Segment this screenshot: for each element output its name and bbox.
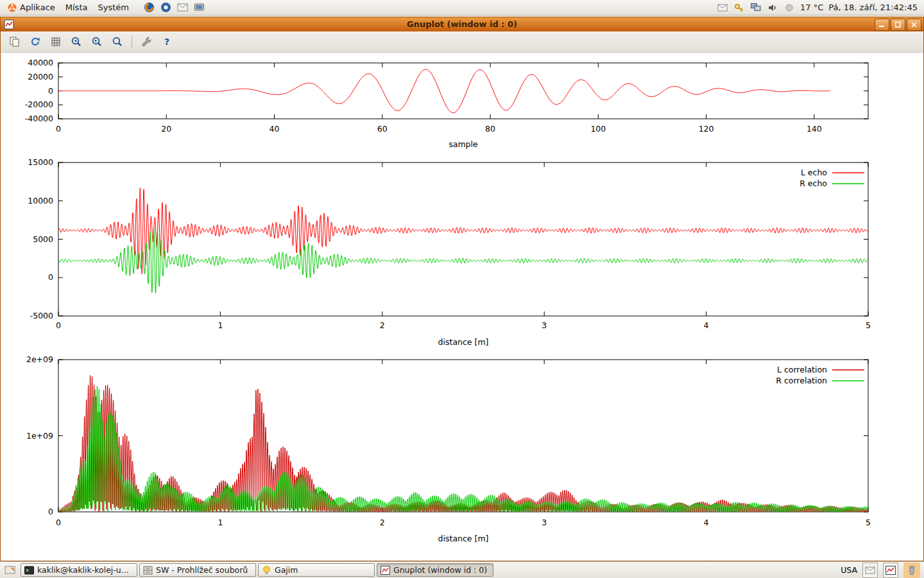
y-tick-label: 0 <box>48 86 53 96</box>
screenshot-icon[interactable] <box>193 1 206 14</box>
terminal-icon <box>24 566 34 575</box>
gnuplot-canvas[interactable]: 020406080100120140-40000-200000200004000… <box>1 53 923 561</box>
y-tick-label: -40000 <box>25 114 53 123</box>
series-r-echo <box>58 227 868 293</box>
help-icon[interactable] <box>160 1 173 14</box>
close-button[interactable] <box>907 19 921 31</box>
weather-icon[interactable] <box>783 2 795 13</box>
window-title: Gnuplot (window id : 0) <box>1 17 923 31</box>
x-axis-label: sample <box>449 139 478 149</box>
copy-button[interactable] <box>6 33 24 50</box>
x-tick-label: 0 <box>56 518 61 527</box>
x-tick-label: 120 <box>699 124 714 134</box>
temperature-label[interactable]: 17 °C <box>800 3 823 12</box>
y-tick-label: 5000 <box>33 234 53 244</box>
task-terminal-label: kaklik@kaklik-kolej-u... <box>37 565 129 575</box>
x-tick-label: 140 <box>807 124 822 134</box>
gnuplot-icon <box>381 566 390 575</box>
x-tick-label: 2 <box>380 320 385 330</box>
trash-icon[interactable] <box>903 563 920 578</box>
chart-icon[interactable] <box>883 563 898 578</box>
legend-label: L echo <box>801 168 827 177</box>
x-tick-label: 100 <box>590 124 606 134</box>
y-tick-label: 1e+09 <box>26 431 53 441</box>
series-l-correlation <box>58 376 868 512</box>
mail-icon[interactable] <box>862 563 878 578</box>
maximize-button[interactable] <box>891 19 905 31</box>
keyboard-layout-indicator[interactable]: USA <box>841 565 857 575</box>
mail-icon[interactable] <box>717 2 728 13</box>
help-button[interactable]: ? <box>158 33 176 50</box>
minimize-button[interactable] <box>875 19 889 31</box>
menu-places[interactable]: Místa <box>60 0 93 15</box>
titlebar[interactable]: Gnuplot (window id : 0) <box>1 17 923 31</box>
svg-text:?: ? <box>164 37 169 47</box>
legend-label: L correlation <box>777 365 827 374</box>
charts-svg: 020406080100120140-40000-200000200004000… <box>1 53 924 563</box>
show-desktop-button[interactable] <box>3 563 18 577</box>
x-tick-label: 80 <box>485 124 495 134</box>
y-tick-label: -20000 <box>25 100 53 109</box>
task-gnuplot-label: Gnuplot (window id : 0) <box>393 565 487 575</box>
task-terminal[interactable]: kaklik@kaklik-kolej-u... <box>21 563 137 577</box>
plot-frame-2 <box>58 360 868 512</box>
y-tick-label: 0 <box>48 272 53 282</box>
x-axis-label: distance [m] <box>438 534 489 543</box>
x-tick-label: 20 <box>161 124 171 134</box>
file-manager-icon <box>143 566 153 575</box>
menu-system[interactable]: Systém <box>92 0 133 15</box>
settings-button[interactable] <box>137 33 155 50</box>
menu-system-label: Systém <box>98 3 128 12</box>
y-tick-label: 0 <box>48 507 53 516</box>
toolbar-separator <box>132 36 132 48</box>
x-tick-label: 40 <box>270 124 280 134</box>
x-tick-label: 0 <box>56 124 61 134</box>
y-tick-label: 15000 <box>28 157 53 167</box>
x-tick-label: 5 <box>866 320 871 330</box>
task-list: kaklik@kaklik-kolej-u... SW - Prohlížeč … <box>21 563 493 577</box>
menu-applications-label: Aplikace <box>20 3 55 12</box>
gajim-icon <box>262 565 271 575</box>
x-tick-label: 60 <box>377 124 388 134</box>
gnome-taskbar: kaklik@kaklik-kolej-u... SW - Prohlížeč … <box>0 561 924 578</box>
keys-icon[interactable] <box>733 2 745 13</box>
zoom-next-button[interactable] <box>88 33 106 50</box>
task-gnuplot[interactable]: Gnuplot (window id : 0) <box>377 563 493 577</box>
task-file-manager[interactable]: SW - Prohlížeč souborů <box>139 563 256 577</box>
desktop: Aplikace Místa Systém <box>0 0 924 578</box>
menu-applications[interactable]: Aplikace <box>3 0 60 15</box>
y-tick-label: 20000 <box>28 72 53 82</box>
gnome-top-panel: Aplikace Místa Systém <box>0 0 924 15</box>
x-tick-label: 3 <box>542 320 547 330</box>
zoom-previous-button[interactable] <box>67 33 85 50</box>
mail-icon[interactable] <box>176 1 189 14</box>
x-tick-label: 1 <box>218 518 223 527</box>
window-controls <box>875 19 921 31</box>
x-tick-label: 1 <box>218 320 223 330</box>
zoom-button[interactable] <box>108 33 126 50</box>
task-gajim[interactable]: Gajim <box>258 563 375 577</box>
task-gajim-label: Gajim <box>275 565 298 575</box>
y-tick-label: 40000 <box>28 58 53 67</box>
x-tick-label: 2 <box>380 518 385 527</box>
x-tick-label: 0 <box>56 320 61 330</box>
firefox-icon[interactable] <box>143 1 156 14</box>
clock[interactable]: Pá, 18. září, 21:42:45 <box>828 3 918 12</box>
y-tick-label: -5000 <box>30 311 53 320</box>
gnuplot-toolbar: ? <box>1 31 923 53</box>
x-tick-label: 4 <box>704 518 709 527</box>
x-axis-label: distance [m] <box>438 337 489 347</box>
grid-button[interactable] <box>47 33 65 50</box>
volume-icon[interactable] <box>767 2 778 13</box>
panel-tray: 17 °C Pá, 18. září, 21:42:45 <box>717 2 918 13</box>
display-icon[interactable] <box>750 2 762 13</box>
replot-button[interactable] <box>26 33 44 50</box>
x-tick-label: 3 <box>542 518 547 527</box>
y-tick-label: 2e+09 <box>26 355 53 364</box>
gnuplot-window: Gnuplot (window id : 0) <box>0 17 924 561</box>
menu-places-label: Místa <box>65 3 88 12</box>
series-l-echo <box>58 188 868 274</box>
series-chirp <box>58 69 830 113</box>
legend-label: R echo <box>800 179 827 188</box>
series-r-correlation <box>58 386 868 512</box>
